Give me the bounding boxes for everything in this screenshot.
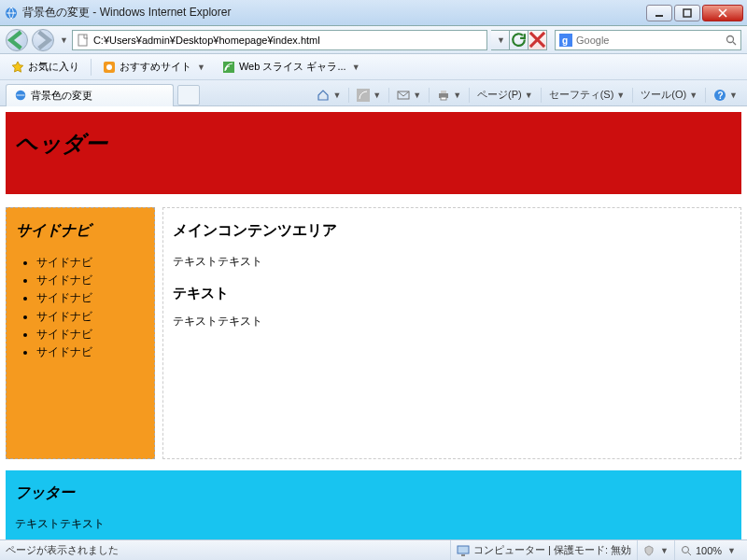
sidebar-item[interactable]: サイドナビ bbox=[36, 272, 145, 289]
sidebar-item[interactable]: サイドナビ bbox=[36, 254, 145, 272]
footer-paragraph: テキストテキスト bbox=[15, 516, 732, 532]
search-input[interactable] bbox=[576, 35, 726, 46]
google-icon: g bbox=[559, 34, 572, 47]
page-footer: フッター テキストテキスト bbox=[6, 470, 741, 539]
webslice-button[interactable]: Web スライス ギャラ... ▼ bbox=[217, 58, 366, 76]
chevron-down-icon: ▼ bbox=[352, 63, 360, 72]
status-bar: ページが表示されました コンピューター | 保護モード: 無効 ▼ 100% ▼ bbox=[0, 539, 747, 560]
history-dropdown-icon[interactable]: ▼ bbox=[60, 35, 68, 45]
search-button-icon[interactable] bbox=[726, 35, 737, 46]
svg-rect-24 bbox=[461, 554, 465, 556]
shield-off-icon bbox=[643, 545, 655, 556]
svg-rect-16 bbox=[357, 89, 370, 102]
page-menu[interactable]: ページ(P)▼ bbox=[473, 86, 537, 104]
sidebar-item[interactable]: サイドナビ bbox=[36, 308, 145, 326]
address-dropdown-button[interactable]: ▼ bbox=[491, 30, 510, 50]
sidebar-item[interactable]: サイドナビ bbox=[36, 289, 145, 307]
forward-button[interactable] bbox=[32, 29, 54, 51]
page-icon bbox=[77, 34, 90, 47]
favorites-bar: お気に入り おすすめサイト ▼ Web スライス ギャラ... ▼ bbox=[0, 54, 747, 80]
main-paragraph: テキストテキスト bbox=[173, 314, 731, 329]
zoom-cell[interactable]: 100% ▼ bbox=[674, 540, 741, 560]
webslice-icon bbox=[222, 61, 235, 74]
favorites-button[interactable]: お気に入り bbox=[6, 58, 85, 76]
maximize-button[interactable] bbox=[674, 5, 700, 21]
svg-rect-2 bbox=[684, 9, 691, 17]
zoom-icon bbox=[681, 545, 692, 556]
star-icon bbox=[11, 61, 24, 74]
stop-button[interactable] bbox=[529, 30, 547, 50]
search-box[interactable]: g bbox=[555, 30, 741, 50]
chevron-down-icon: ▼ bbox=[197, 63, 205, 72]
tab-bar: 背景色の変更 ▼ ▼ ▼ ▼ ページ(P)▼ セーフティ(S)▼ ツール(O)▼… bbox=[0, 80, 747, 106]
svg-rect-14 bbox=[223, 62, 234, 73]
tab-active[interactable]: 背景色の変更 bbox=[6, 84, 174, 106]
address-bar[interactable] bbox=[72, 30, 487, 50]
page-viewport[interactable]: ヘッダー サイドナビ サイドナビ サイドナビ サイドナビ サイドナビ サイドナビ… bbox=[0, 106, 747, 539]
print-button[interactable]: ▼ bbox=[433, 87, 465, 104]
page-header: ヘッダー bbox=[6, 112, 741, 194]
new-tab-button[interactable] bbox=[177, 85, 200, 105]
footer-heading: フッター bbox=[15, 483, 732, 503]
favorites-label: お気に入り bbox=[28, 60, 79, 74]
webslice-label: Web スライス ギャラ... bbox=[239, 60, 346, 74]
svg-rect-19 bbox=[441, 91, 446, 93]
navigation-bar: ▼ ▼ g bbox=[0, 26, 747, 54]
zone-cell[interactable]: コンピューター | 保護モード: 無効 bbox=[450, 540, 637, 560]
svg-point-13 bbox=[106, 64, 112, 70]
svg-line-11 bbox=[733, 42, 736, 45]
zone-text: コンピューター | 保護モード: 無効 bbox=[473, 543, 631, 557]
tools-menu[interactable]: ツール(O)▼ bbox=[637, 86, 701, 104]
home-button[interactable]: ▼ bbox=[313, 87, 345, 104]
main-heading: メインコンテンツエリア bbox=[173, 221, 731, 241]
ie-icon bbox=[14, 89, 27, 102]
svg-line-26 bbox=[688, 553, 691, 555]
help-button[interactable]: ?▼ bbox=[710, 87, 741, 104]
address-input[interactable] bbox=[93, 35, 483, 46]
sidebar-list: サイドナビ サイドナビ サイドナビ サイドナビ サイドナビ サイドナビ bbox=[16, 254, 145, 361]
sidebar-item[interactable]: サイドナビ bbox=[36, 343, 145, 361]
main-content: メインコンテンツエリア テキストテキスト テキスト テキストテキスト bbox=[162, 207, 741, 459]
sidebar-item[interactable]: サイドナビ bbox=[36, 326, 145, 343]
recommended-label: おすすめサイト bbox=[120, 60, 191, 74]
svg-text:?: ? bbox=[718, 91, 724, 101]
svg-rect-20 bbox=[441, 97, 446, 100]
svg-point-10 bbox=[727, 35, 734, 42]
back-button[interactable] bbox=[6, 29, 28, 51]
main-paragraph: テキストテキスト bbox=[173, 254, 731, 270]
svg-point-25 bbox=[682, 546, 688, 553]
mail-button[interactable]: ▼ bbox=[393, 87, 425, 104]
separator bbox=[91, 59, 92, 76]
command-bar: ▼ ▼ ▼ ▼ ページ(P)▼ セーフティ(S)▼ ツール(O)▼ ?▼ bbox=[313, 86, 741, 104]
header-text: ヘッダー bbox=[15, 131, 107, 156]
svg-rect-23 bbox=[458, 546, 469, 553]
feeds-button[interactable]: ▼ bbox=[353, 87, 385, 104]
protected-mode-icon-cell[interactable]: ▼ bbox=[637, 540, 674, 560]
svg-text:g: g bbox=[562, 35, 568, 46]
tab-title: 背景色の変更 bbox=[31, 89, 92, 103]
recommended-icon bbox=[103, 61, 116, 74]
svg-rect-5 bbox=[78, 35, 87, 46]
window-title: 背景色の変更 - Windows Internet Explorer bbox=[22, 5, 646, 21]
computer-icon bbox=[457, 544, 470, 557]
window-titlebar: 背景色の変更 - Windows Internet Explorer bbox=[0, 0, 747, 26]
status-text: ページが表示されました bbox=[6, 543, 119, 557]
sidebar-title: サイドナビ bbox=[16, 221, 145, 241]
sub-heading: テキスト bbox=[173, 285, 731, 302]
sidebar: サイドナビ サイドナビ サイドナビ サイドナビ サイドナビ サイドナビ サイドナ… bbox=[6, 207, 155, 459]
ie-icon bbox=[4, 6, 19, 21]
refresh-button[interactable] bbox=[510, 30, 529, 50]
zoom-value: 100% bbox=[696, 545, 722, 556]
safety-menu[interactable]: セーフティ(S)▼ bbox=[545, 86, 629, 104]
close-button[interactable] bbox=[702, 5, 743, 21]
recommended-sites-button[interactable]: おすすめサイト ▼ bbox=[97, 58, 211, 76]
minimize-button[interactable] bbox=[646, 5, 672, 21]
